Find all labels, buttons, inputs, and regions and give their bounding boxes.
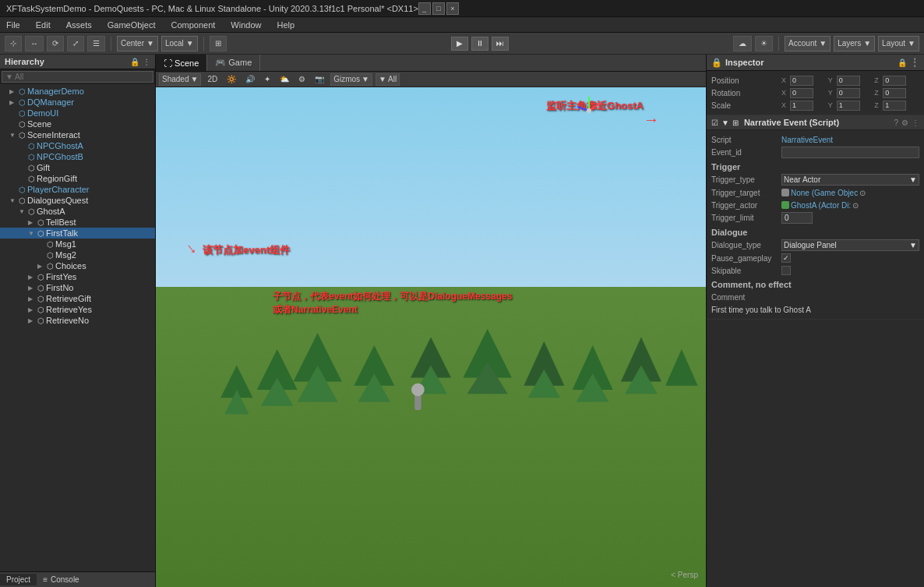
menu-file[interactable]: File: [3, 20, 23, 30]
tree-item-dialoguesquest[interactable]: ▼ ⬡ DialoguesQuest: [0, 195, 155, 206]
pause-button[interactable]: ⏸: [471, 37, 488, 51]
scl-x-input[interactable]: [790, 101, 813, 111]
layers-dropdown[interactable]: Layers ▼: [834, 36, 875, 51]
pin-icon[interactable]: ⋮: [912, 118, 919, 127]
component-check[interactable]: ☑: [711, 118, 718, 127]
tree-item-npcghostb[interactable]: ▶ ⬡ NPCGhostB: [0, 151, 155, 162]
tree-item-firstno[interactable]: ▶ ⬡ FirstNo: [0, 282, 155, 293]
trigger-type-dropdown[interactable]: Near Actor ▼: [781, 174, 919, 186]
tree-item-dqmanager[interactable]: ▶ ⬡ DQManager: [0, 97, 155, 108]
rot-x-input[interactable]: [790, 88, 813, 98]
sky-btn[interactable]: ⛅: [277, 75, 292, 83]
inspector-icon-left: 🔒: [711, 58, 722, 68]
rot-y-input[interactable]: [837, 88, 860, 98]
img-btn[interactable]: 📷: [312, 75, 327, 83]
tab-scene[interactable]: ⛶ Scene: [156, 55, 207, 71]
scl-y-input[interactable]: [837, 101, 860, 111]
sun-btn[interactable]: ☀: [755, 36, 773, 51]
tab-game[interactable]: 🎮 Game: [207, 55, 260, 71]
tree-item-retrievegift[interactable]: ▶ ⬡ RetrieveGift: [0, 293, 155, 304]
menu-help[interactable]: Help: [273, 20, 298, 30]
step-button[interactable]: ⏭: [492, 37, 509, 51]
tree-item-gift[interactable]: ▶ ⬡ Gift: [0, 162, 155, 173]
maximize-button[interactable]: □: [432, 2, 445, 15]
console-tab[interactable]: ≡ Console: [37, 574, 86, 585]
tree-item-choices[interactable]: ▶ ⬡ Choices: [0, 260, 155, 271]
tool-scale[interactable]: ⤢: [67, 36, 84, 51]
tree-item-ghosta[interactable]: ▼ ⬡ GhostA: [0, 206, 155, 217]
tree-label: RetrieveYes: [46, 305, 92, 314]
tree-item-scene[interactable]: ▶ ⬡ Scene: [0, 118, 155, 129]
position-fields: X Y Z: [781, 76, 919, 86]
flare-btn[interactable]: ⚙: [295, 75, 309, 83]
all-dropdown[interactable]: ▼ All: [376, 73, 400, 86]
tree-item-npcghosta[interactable]: ▶ ⬡ NPCGhostA: [0, 140, 155, 151]
script-value[interactable]: NarrativeEvent: [781, 136, 833, 144]
grid-btn[interactable]: ⊞: [210, 36, 227, 51]
tree-item-firsttalk[interactable]: ▼ ⬡ FirstTalk: [0, 228, 155, 239]
pos-z-input[interactable]: [883, 76, 906, 86]
hierarchy-title: Hierarchy: [5, 57, 44, 66]
trigger-limit-input[interactable]: [781, 212, 813, 224]
tree-item-msg2[interactable]: ▶ ⬡ Msg2: [0, 249, 155, 260]
tree-item-playercharacter[interactable]: ▶ ⬡ PlayerCharacter: [0, 184, 155, 195]
comment-section-title: Comment, no effect: [711, 280, 919, 289]
tree-item-tellbest[interactable]: ▶ ⬡ TellBest: [0, 217, 155, 228]
tree-item-retrieveyes[interactable]: ▶ ⬡ RetrieveYes: [0, 304, 155, 315]
cube-icon: ⬡: [28, 153, 35, 161]
project-tab[interactable]: Project: [0, 574, 37, 585]
trigger-actor-value[interactable]: GhostA (Actor Di: ⊙: [781, 201, 859, 210]
inspector-more-icon[interactable]: ⋮: [910, 57, 919, 68]
space-dropdown[interactable]: Local ▼: [161, 36, 198, 51]
tree-item-regiongift[interactable]: ▶ ⬡ RegionGift: [0, 173, 155, 184]
tree-item-managerdemo[interactable]: ▶ ⬡ ManagerDemo: [0, 86, 155, 97]
tree-item-retrieveno[interactable]: ▶ ⬡ RetrieveNo: [0, 315, 155, 326]
title-controls[interactable]: _ □ ×: [418, 2, 459, 15]
scene-view[interactable]: 监听主角靠近GhostA → 该节点加event组件 ↓ 子节点，代表event…: [156, 87, 706, 587]
shaded-dropdown[interactable]: Shaded ▼: [159, 73, 201, 86]
tree-item-sceneinteract[interactable]: ▼ ⬡ SceneInteract: [0, 129, 155, 140]
menu-window[interactable]: Window: [227, 20, 264, 30]
hierarchy-tree: ▶ ⬡ ManagerDemo ▶ ⬡ DQManager ▶ ⬡ DemoUI…: [0, 84, 155, 571]
pause-checkbox[interactable]: [781, 253, 791, 263]
inspector-lock-icon[interactable]: 🔒: [898, 58, 907, 67]
pos-y-input[interactable]: [837, 76, 860, 86]
tool-hand[interactable]: ⊹: [5, 36, 22, 51]
gear-icon[interactable]: ⚙: [901, 118, 908, 127]
audio-btn[interactable]: 🔊: [242, 75, 258, 83]
tool-rotate[interactable]: ⟳: [47, 36, 64, 51]
narrative-event-header[interactable]: ☑ ▼ ⊞ Narrative Event (Script) ? ⚙ ⋮: [707, 115, 924, 130]
skipable-checkbox[interactable]: [781, 266, 791, 275]
hierarchy-more-icon[interactable]: ⋮: [143, 58, 150, 66]
dialogue-type-dropdown[interactable]: Dialogue Panel ▼: [781, 239, 919, 251]
scl-z-input[interactable]: [883, 101, 906, 111]
menu-component[interactable]: Component: [168, 20, 218, 30]
menu-edit[interactable]: Edit: [33, 20, 54, 30]
account-dropdown[interactable]: Account ▼: [785, 36, 831, 51]
scene-3d-view[interactable]: 监听主角靠近GhostA → 该节点加event组件 ↓ 子节点，代表event…: [156, 87, 706, 587]
light-btn[interactable]: 🔆: [224, 75, 239, 83]
tree-item-firstyes[interactable]: ▶ ⬡ FirstYes: [0, 271, 155, 282]
close-button[interactable]: ×: [446, 2, 459, 15]
tree-item-demoui[interactable]: ▶ ⬡ DemoUI: [0, 108, 155, 118]
fx-btn[interactable]: ✦: [261, 75, 273, 83]
hierarchy-search-input[interactable]: [2, 71, 153, 83]
minimize-button[interactable]: _: [418, 2, 431, 15]
menu-gameobject[interactable]: GameObject: [104, 20, 159, 30]
layout-dropdown[interactable]: Layout ▼: [878, 36, 919, 51]
eventid-input[interactable]: [781, 147, 919, 158]
tool-rect[interactable]: ☰: [87, 36, 105, 51]
cloud-btn[interactable]: ☁: [733, 36, 752, 51]
pos-x-input[interactable]: [790, 76, 813, 86]
2d-btn[interactable]: 2D: [204, 75, 220, 83]
rot-z-input[interactable]: [883, 88, 906, 98]
pivot-dropdown[interactable]: Center ▼: [117, 36, 158, 51]
gizmos-dropdown[interactable]: Gizmos ▼: [330, 73, 372, 86]
question-icon[interactable]: ?: [894, 118, 898, 127]
menu-assets[interactable]: Assets: [63, 20, 95, 30]
tool-move[interactable]: ↔: [25, 36, 44, 51]
dialogue-type-value: Dialogue Panel: [784, 241, 837, 249]
tree-item-msg1[interactable]: ▶ ⬡ Msg1: [0, 239, 155, 249]
play-button[interactable]: ▶: [451, 37, 468, 51]
trigger-target-value[interactable]: None (Game Objec ⊙: [781, 189, 866, 197]
